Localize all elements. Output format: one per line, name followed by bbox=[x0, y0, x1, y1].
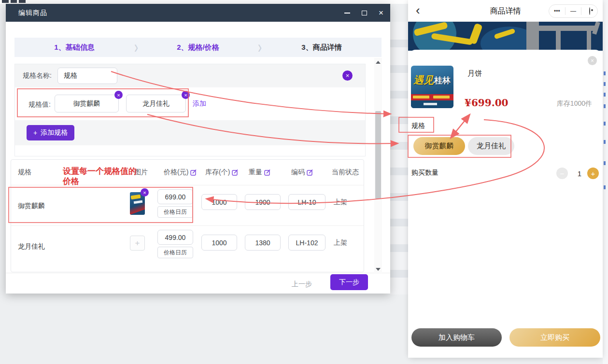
quantity-minus-button[interactable]: − bbox=[556, 168, 568, 179]
background-text-fragment bbox=[2, 0, 9, 3]
product-banner-image bbox=[408, 22, 603, 51]
background-text-fragment bbox=[19, 0, 26, 3]
thumb-text: 桂林 bbox=[434, 75, 451, 86]
remove-image-icon[interactable]: × bbox=[141, 188, 149, 196]
status-badge: 上架 bbox=[334, 198, 347, 207]
page-background-top bbox=[0, 0, 408, 4]
minimize-icon[interactable] bbox=[344, 13, 350, 14]
spec-panel: 规格名称: 规格 × 规格值: 御赏麒麟 × 龙月佳礼 × 添加 + 添加规格 bbox=[14, 64, 366, 156]
add-to-cart-button[interactable]: 加入购物车 bbox=[411, 328, 502, 347]
background-link-fragment bbox=[604, 82, 606, 86]
maximize-icon[interactable] bbox=[362, 11, 367, 15]
table-row: 龙月佳礼 + 499.00 价格日历 1000 1380 LH-102 上架 bbox=[11, 225, 364, 266]
code-input[interactable]: LH-102 bbox=[288, 235, 325, 251]
edit-icon[interactable] bbox=[264, 169, 271, 176]
quantity-plus-button[interactable]: + bbox=[587, 168, 599, 179]
close-icon[interactable]: × bbox=[379, 9, 383, 17]
spec-value-input-2[interactable]: 龙月佳礼 bbox=[126, 95, 186, 112]
page-right-strip bbox=[603, 0, 608, 364]
code-input[interactable]: LH-10 bbox=[288, 194, 325, 210]
mini-program-preview: ‹ 商品详情 ••• — × bbox=[408, 0, 603, 358]
background-text-fragment bbox=[11, 0, 17, 3]
col-header-spec: 规格 bbox=[18, 160, 31, 185]
footer-divider bbox=[6, 273, 390, 273]
background-link-fragment bbox=[604, 104, 606, 108]
next-step-button[interactable]: 下一步 bbox=[330, 274, 368, 290]
background-link-fragment bbox=[604, 185, 606, 189]
spec-values-row: 规格值: 御赏麒麟 × 龙月佳礼 × 添加 bbox=[15, 87, 365, 120]
weight-input[interactable]: 1380 bbox=[245, 235, 281, 251]
stock-input[interactable]: 1000 bbox=[201, 194, 237, 210]
status-badge: 上架 bbox=[334, 238, 347, 247]
tab-step-product-detail[interactable]: 3、商品详情 bbox=[262, 43, 382, 52]
scroll-down-icon[interactable] bbox=[376, 268, 381, 271]
remove-value-icon[interactable]: × bbox=[114, 91, 123, 99]
add-spec-button[interactable]: + 添加规格 bbox=[27, 125, 74, 140]
chevron-right-icon: › bbox=[134, 37, 138, 57]
spec-name-label: 规格名称: bbox=[23, 71, 52, 80]
quantity-label: 购买数量 bbox=[411, 168, 438, 177]
edit-product-modal: 编辑商品 × 1、基础信息 › 2、规格/价格 › 3、商品详情 规格名称: 规… bbox=[6, 4, 390, 294]
thumb-text: 遇见 bbox=[413, 73, 434, 87]
price-input[interactable]: 499.00 bbox=[157, 230, 193, 245]
stock-input[interactable]: 1000 bbox=[201, 235, 237, 251]
window-controls: × bbox=[344, 4, 383, 22]
background-link-fragment bbox=[604, 161, 606, 165]
edit-icon[interactable] bbox=[232, 169, 239, 176]
edit-icon[interactable] bbox=[307, 169, 313, 176]
tab-step-spec-price[interactable]: 2、规格/价格 bbox=[138, 43, 258, 52]
product-card: × 遇见 桂林 月饼 ¥699.00 库存1000件 规格 御赏麒麟 龙月佳礼 … bbox=[408, 50, 603, 358]
exit-target-icon[interactable] bbox=[581, 8, 597, 14]
table-row: 御赏麒麟 × 699.00 价格日历 1000 1900 LH-10 上架 bbox=[11, 185, 364, 225]
product-price: ¥699.00 bbox=[465, 97, 508, 109]
annotation-note: 设置每一个规格值的 价格 bbox=[63, 166, 137, 186]
background-link-fragment bbox=[604, 140, 606, 144]
more-menu-icon[interactable]: ••• bbox=[549, 8, 565, 14]
price-input[interactable]: 699.00 bbox=[157, 189, 193, 204]
product-stock: 库存1000件 bbox=[557, 99, 592, 108]
remove-value-icon[interactable]: × bbox=[182, 91, 190, 99]
price-calendar-button[interactable]: 价格日历 bbox=[157, 247, 193, 258]
upload-image-button[interactable]: + bbox=[130, 236, 145, 251]
minimize-icon[interactable]: — bbox=[566, 8, 581, 14]
col-header-price: 价格(元) bbox=[164, 160, 197, 185]
scrollbar-thumb[interactable] bbox=[375, 111, 381, 199]
plus-icon: + bbox=[33, 129, 37, 137]
price-calendar-button[interactable]: 价格日历 bbox=[157, 206, 193, 218]
quantity-value: 1 bbox=[578, 169, 581, 178]
spec-name-row: 规格名称: 规格 × bbox=[15, 64, 365, 87]
tab-step-basic-info[interactable]: 1、基础信息 bbox=[14, 43, 134, 52]
add-spec-button-label: 添加规格 bbox=[41, 128, 68, 137]
background-table-stripes bbox=[390, 22, 408, 294]
row-spec-name: 御赏麒麟 bbox=[18, 202, 45, 210]
col-header-status: 当前状态 bbox=[332, 160, 359, 185]
spec-option[interactable]: 龙月佳礼 bbox=[468, 137, 514, 155]
background-link-fragment bbox=[604, 93, 606, 97]
product-thumbnail: 遇见 桂林 bbox=[411, 66, 453, 108]
col-header-code: 编码 bbox=[291, 160, 313, 185]
add-value-link[interactable]: 添加 bbox=[193, 99, 206, 108]
step-wizard: 1、基础信息 › 2、规格/价格 › 3、商品详情 bbox=[14, 38, 382, 57]
modal-scrollbar[interactable] bbox=[374, 58, 382, 274]
phone-navbar: ‹ 商品详情 ••• — bbox=[408, 0, 603, 22]
spec-option-selected[interactable]: 御赏麒麟 bbox=[413, 137, 465, 155]
weight-input[interactable]: 1900 bbox=[245, 194, 281, 210]
remove-spec-icon[interactable]: × bbox=[342, 70, 353, 81]
spec-value-input-1[interactable]: 御赏麒麟 bbox=[55, 95, 119, 112]
chevron-right-icon: › bbox=[258, 37, 262, 57]
close-card-icon[interactable]: × bbox=[588, 56, 597, 65]
buy-now-button[interactable]: 立即购买 bbox=[509, 328, 600, 347]
col-header-stock: 库存(个) bbox=[205, 160, 239, 185]
edit-icon[interactable] bbox=[190, 169, 197, 176]
modal-title: 编辑商品 bbox=[18, 9, 47, 17]
prev-step-button[interactable]: 上一步 bbox=[284, 276, 320, 293]
thumb-footer bbox=[411, 100, 453, 108]
scroll-up-icon[interactable] bbox=[376, 61, 381, 64]
background-link-fragment bbox=[604, 122, 606, 126]
modal-header[interactable]: 编辑商品 × bbox=[6, 4, 390, 22]
spec-value-label: 规格值: bbox=[28, 100, 51, 109]
add-spec-row: + 添加规格 bbox=[15, 120, 365, 145]
spec-name-input[interactable]: 规格 bbox=[57, 68, 117, 84]
background-link-fragment bbox=[604, 71, 606, 75]
spec-label: 规格 bbox=[411, 122, 425, 130]
